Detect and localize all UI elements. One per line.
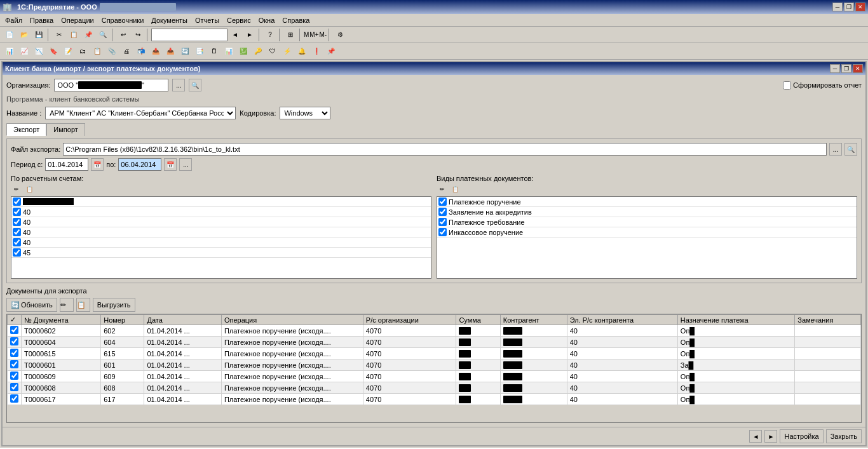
list-item[interactable]: Платежное поручение [437, 197, 857, 207]
encoding-select[interactable]: Windows [280, 107, 330, 119]
tb2-17[interactable]: 💹 [236, 44, 250, 58]
account-check-4[interactable] [13, 238, 21, 246]
refresh-btn[interactable]: 🔄 Обновить [6, 298, 57, 312]
name-select[interactable]: АРМ "Клиент" АС "Клиент-Сбербанк" Сберба… [45, 107, 236, 119]
docs-copy-btn[interactable]: 📋 [76, 298, 90, 312]
row-check[interactable] [8, 371, 22, 382]
date-from-input[interactable] [45, 158, 88, 171]
accounts-edit-btn[interactable]: ✏ [11, 184, 22, 195]
row-checkbox[interactable] [10, 394, 18, 403]
row-check[interactable] [8, 394, 22, 405]
doctype-check-1[interactable] [438, 208, 447, 216]
table-row[interactable]: T000061761701.04.2014 ...Платежное поруч… [8, 394, 861, 405]
settings-btn[interactable]: Настройка [780, 429, 823, 443]
doctypes-copy-btn[interactable]: 📋 [449, 184, 461, 195]
tab-export[interactable]: Экспорт [6, 123, 46, 136]
table-row[interactable]: T000060860801.04.2014 ...Платежное поруч… [8, 382, 861, 394]
menu-reports[interactable]: Отчеты [191, 15, 223, 25]
tb2-2[interactable]: 📈 [17, 44, 31, 58]
file-open-btn[interactable]: 🔍 [844, 143, 857, 156]
menu-documents[interactable]: Документы [147, 15, 191, 25]
list-item[interactable]: 40 [11, 217, 431, 227]
tb2-3[interactable]: 📉 [32, 44, 46, 58]
tb2-14[interactable]: 📑 [193, 44, 207, 58]
tb-cut[interactable]: ✂ [52, 28, 66, 42]
tb2-11[interactable]: 📤 [149, 44, 163, 58]
menu-edit[interactable]: Правка [26, 15, 57, 25]
date-from-cal-btn[interactable]: 📅 [91, 158, 104, 171]
list-item[interactable]: 40 [11, 238, 431, 248]
docs-edit-btn[interactable]: ✏ [60, 298, 74, 312]
tb-help[interactable]: ? [263, 28, 277, 42]
account-check-0[interactable] [13, 198, 21, 206]
inner-minimize-btn[interactable]: ─ [830, 64, 840, 73]
tb2-8[interactable]: 📎 [105, 44, 119, 58]
accounts-copy-btn[interactable]: 📋 [24, 184, 35, 195]
list-item[interactable]: Платежное требование [437, 217, 857, 227]
table-row[interactable]: T000060160101.04.2014 ...Платежное поруч… [8, 359, 861, 371]
doctypes-edit-btn[interactable]: ✏ [437, 184, 448, 195]
tb2-13[interactable]: 🔄 [178, 44, 192, 58]
row-check[interactable] [8, 325, 22, 337]
tb-paste[interactable]: 📌 [81, 28, 95, 42]
tb2-22[interactable]: ❗ [309, 44, 323, 58]
tb-find[interactable]: 🔍 [96, 28, 110, 42]
account-check-3[interactable] [13, 228, 21, 236]
doctype-check-3[interactable] [438, 228, 447, 236]
account-check-2[interactable] [13, 218, 21, 226]
tb-search-left[interactable]: ◄ [228, 28, 242, 42]
list-item[interactable]: 45 [11, 248, 431, 258]
menu-windows[interactable]: Окна [255, 15, 279, 25]
account-check-1[interactable] [13, 208, 21, 216]
menu-service[interactable]: Сервис [223, 15, 255, 25]
form-report-checkbox[interactable] [783, 81, 791, 90]
list-item[interactable]: 40 [11, 227, 431, 238]
tb2-23[interactable]: 📌 [324, 44, 338, 58]
upload-btn[interactable]: Выгрузить [93, 298, 135, 312]
list-item[interactable] [11, 197, 431, 207]
row-checkbox[interactable] [10, 337, 18, 345]
table-row[interactable]: T000060460401.04.2014 ...Платежное поруч… [8, 337, 861, 348]
list-item[interactable]: Инкассовое поручение [437, 227, 857, 238]
account-check-5[interactable] [13, 248, 21, 257]
inner-restore-btn[interactable]: ❐ [841, 64, 851, 73]
tb2-20[interactable]: ⚡ [280, 44, 294, 58]
minimize-button[interactable]: ─ [832, 3, 843, 11]
tab-import[interactable]: Импорт [46, 123, 85, 136]
tb2-16[interactable]: 📊 [222, 44, 236, 58]
tb2-5[interactable]: 📝 [61, 44, 75, 58]
tb2-12[interactable]: 📥 [163, 44, 177, 58]
close-action-btn[interactable]: Закрыть [826, 429, 862, 443]
list-item[interactable]: Заявление на аккредитив [437, 207, 857, 217]
tb-undo[interactable]: ↩ [116, 28, 130, 42]
doctype-check-2[interactable] [438, 218, 447, 226]
list-item[interactable]: 40 [11, 207, 431, 217]
date-to-input[interactable] [118, 158, 161, 171]
tb2-18[interactable]: 🔑 [251, 44, 265, 58]
form-report-label[interactable]: Сформировать отчет [783, 81, 862, 90]
row-checkbox[interactable] [10, 383, 18, 391]
table-row[interactable]: T000060960901.04.2014 ...Платежное поруч… [8, 371, 861, 382]
table-row[interactable]: T000061561501.04.2014 ...Платежное поруч… [8, 348, 861, 359]
documents-table-wrap[interactable]: ✓ № Документа Номер Дата Операция Р/с ор… [6, 314, 862, 423]
close-button[interactable]: ✕ [855, 3, 865, 11]
tb-settings[interactable]: ⚙ [333, 28, 347, 42]
row-checkbox[interactable] [10, 349, 18, 357]
tb2-10[interactable]: 📬 [134, 44, 148, 58]
table-row[interactable]: T000060260201.04.2014 ...Платежное поруч… [8, 325, 861, 337]
tb-copy[interactable]: 📋 [67, 28, 81, 42]
tb2-6[interactable]: 🗂 [76, 44, 90, 58]
org-search-btn[interactable]: ... [172, 79, 185, 91]
accounts-list[interactable]: 40 40 40 40 [11, 196, 431, 279]
tb-new[interactable]: 📄 [3, 28, 17, 42]
menu-operations[interactable]: Операции [57, 15, 97, 25]
row-check[interactable] [8, 382, 22, 394]
tb-search-right[interactable]: ► [243, 28, 257, 42]
tb2-15[interactable]: 🗒 [207, 44, 221, 58]
date-to-cal-btn[interactable]: 📅 [164, 158, 177, 171]
tb2-9[interactable]: 🖨 [119, 44, 133, 58]
tb2-7[interactable]: 📋 [90, 44, 104, 58]
row-checkbox[interactable] [10, 360, 18, 368]
tb2-4[interactable]: 🔖 [46, 44, 60, 58]
menu-help[interactable]: Справка [278, 15, 313, 25]
